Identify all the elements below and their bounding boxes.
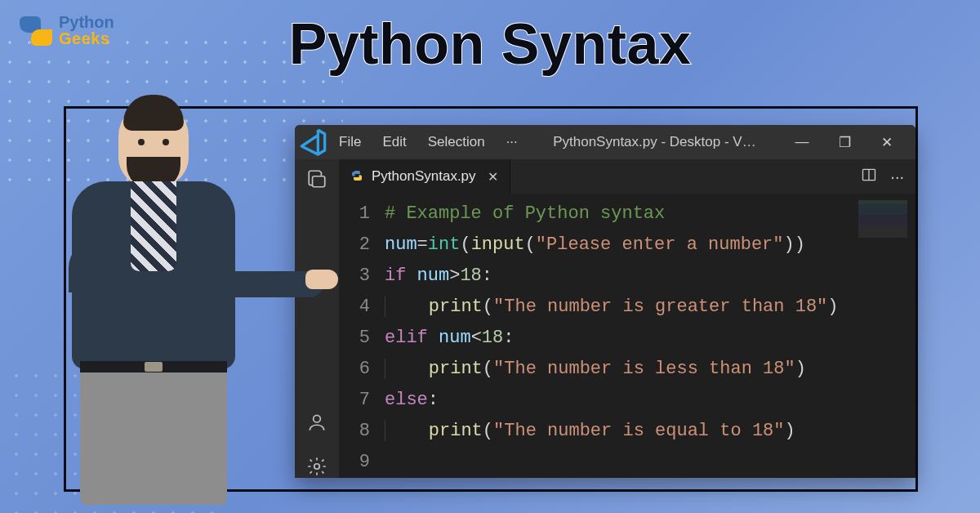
line-number: 1 [339, 199, 385, 230]
code-content: print("The number is equal to 18") [385, 416, 795, 447]
code-line[interactable]: 1# Example of Python syntax [339, 199, 915, 230]
menu-selection[interactable]: Selection [418, 125, 495, 159]
brand-name-line2: Geeks [59, 30, 114, 47]
window-minimize-button[interactable]: — [782, 125, 822, 159]
tab-close-icon[interactable]: ✕ [488, 169, 498, 185]
code-line[interactable]: 4 print("The number is greater than 18") [339, 292, 915, 323]
code-content: print("The number is less than 18") [385, 354, 806, 385]
page-title: Python Syntax [0, 11, 980, 77]
editor-area: PythonSyntax.py ✕ ··· 1# Example of Pyth… [339, 159, 915, 478]
code-line[interactable]: 7else: [339, 385, 915, 416]
line-number: 2 [339, 230, 385, 261]
code-line[interactable]: 6 print("The number is less than 18") [339, 354, 915, 385]
window-title: PythonSyntax.py - Desktop - V… [529, 134, 780, 150]
code-line[interactable]: 2num=int(input("Please enter a number")) [339, 230, 915, 261]
code-content: num=int(input("Please enter a number")) [385, 230, 805, 261]
account-icon[interactable] [305, 411, 328, 434]
code-content: print("The number is greater than 18") [385, 292, 839, 323]
editor-more-icon[interactable]: ··· [890, 167, 904, 186]
line-number: 8 [339, 416, 385, 447]
menu-file[interactable]: File [329, 125, 371, 159]
line-number: 3 [339, 261, 385, 292]
settings-gear-icon[interactable] [305, 455, 328, 478]
files-icon[interactable] [305, 167, 328, 190]
code-content: if num>18: [385, 261, 492, 292]
code-line[interactable]: 8 print("The number is equal to 18") [339, 416, 915, 447]
brand-logo: Python Geeks [15, 11, 114, 49]
svg-point-0 [314, 415, 321, 422]
line-number: 6 [339, 354, 385, 385]
line-number: 4 [339, 292, 385, 323]
code-content: # Example of Python syntax [385, 199, 665, 230]
code-line[interactable]: 3if num>18: [339, 261, 915, 292]
split-editor-icon[interactable] [861, 167, 877, 186]
line-number: 9 [339, 447, 385, 478]
line-number: 5 [339, 323, 385, 354]
menu-edit[interactable]: Edit [372, 125, 416, 159]
brand-name-line1: Python [59, 14, 114, 30]
window-maximize-button[interactable]: ❐ [824, 125, 865, 159]
tab-filename: PythonSyntax.py [372, 168, 476, 185]
code-content: elif num<18: [385, 323, 514, 354]
code-editor[interactable]: 1# Example of Python syntax2num=int(inpu… [339, 194, 915, 478]
editor-tabs: PythonSyntax.py ✕ ··· [339, 159, 915, 194]
presenter-figure [39, 101, 268, 510]
python-file-icon [350, 169, 363, 185]
window-titlebar: File Edit Selection ··· PythonSyntax.py … [295, 125, 915, 159]
code-line[interactable]: 9 [339, 447, 915, 478]
window-close-button[interactable]: ✕ [866, 125, 907, 159]
line-number: 7 [339, 385, 385, 416]
code-content: else: [385, 385, 439, 416]
vscode-window: File Edit Selection ··· PythonSyntax.py … [295, 125, 915, 478]
python-logo-icon [15, 11, 52, 49]
svg-point-1 [314, 464, 320, 470]
tab-pythonsyntax[interactable]: PythonSyntax.py ✕ [339, 159, 510, 194]
vscode-logo-icon [295, 126, 327, 158]
code-line[interactable]: 5elif num<18: [339, 323, 915, 354]
menu-overflow[interactable]: ··· [497, 134, 528, 150]
activity-bar [295, 159, 339, 478]
